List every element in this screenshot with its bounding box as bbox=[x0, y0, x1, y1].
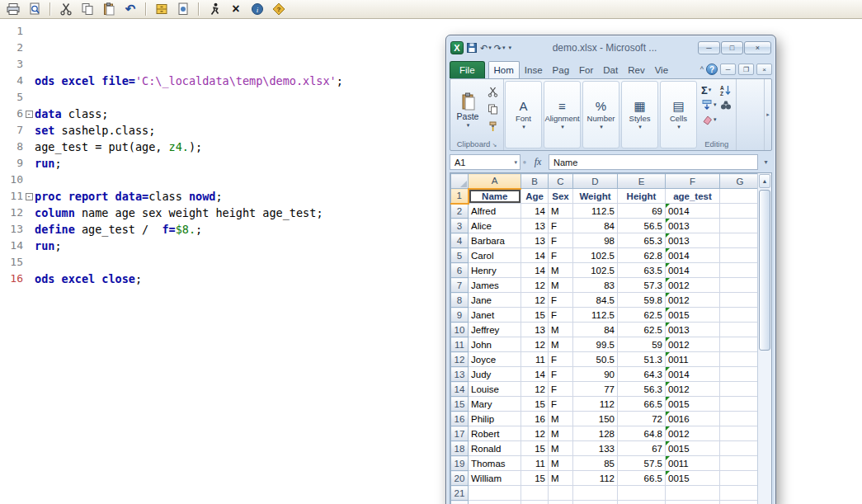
find-select-icon[interactable] bbox=[719, 98, 732, 111]
dialog-launcher-icon[interactable]: ↘ bbox=[492, 142, 497, 148]
fold-toggle-icon[interactable]: - bbox=[26, 193, 33, 200]
cell-C7[interactable]: M bbox=[549, 278, 573, 293]
cell-B20[interactable]: 15 bbox=[521, 471, 549, 486]
row-header-5[interactable]: 5 bbox=[451, 248, 469, 263]
cell-D1[interactable]: Weight bbox=[573, 189, 618, 204]
column-header-f[interactable]: F bbox=[666, 174, 720, 189]
cell-E12[interactable]: 51.3 bbox=[618, 352, 666, 367]
break-icon[interactable]: × bbox=[228, 2, 244, 16]
workbook-minimize-button[interactable]: ─ bbox=[720, 64, 736, 75]
cell-A1[interactable]: Name bbox=[469, 189, 521, 204]
cell-G15[interactable] bbox=[720, 397, 758, 412]
cell-B3[interactable]: 13 bbox=[521, 219, 549, 233]
new-library-icon[interactable] bbox=[153, 2, 170, 16]
row-header-18[interactable]: 18 bbox=[451, 441, 469, 456]
cell-G22[interactable] bbox=[720, 501, 758, 504]
cell-E3[interactable]: 56.5 bbox=[618, 219, 666, 233]
number-group-button[interactable]: %Number▾ bbox=[582, 81, 619, 148]
expand-formula-bar-icon[interactable]: ▾ bbox=[760, 154, 772, 170]
alignment-group-button[interactable]: ≡Alignment▾ bbox=[544, 81, 581, 148]
cell-E20[interactable]: 66.5 bbox=[618, 471, 666, 486]
styles-group-button[interactable]: ▦Styles▾ bbox=[621, 81, 658, 148]
cell-B17[interactable]: 12 bbox=[521, 426, 549, 441]
row-header-8[interactable]: 8 bbox=[451, 293, 469, 308]
autosum-button[interactable]: Σ▾ bbox=[701, 83, 717, 97]
cell-D8[interactable]: 84.5 bbox=[573, 293, 618, 308]
row-header-2[interactable]: 2 bbox=[451, 204, 469, 219]
column-header-b[interactable]: B bbox=[521, 174, 549, 189]
cell-E11[interactable]: 59 bbox=[618, 337, 666, 352]
cell-A16[interactable]: Philip bbox=[469, 412, 521, 426]
cell-A4[interactable]: Barbara bbox=[469, 233, 521, 248]
cell-C20[interactable]: M bbox=[549, 471, 573, 486]
ribbon-tab-pag[interactable]: Pag bbox=[548, 62, 574, 78]
cell-F1[interactable]: age_test bbox=[666, 189, 720, 204]
cell-D3[interactable]: 84 bbox=[573, 219, 618, 233]
cell-G1[interactable] bbox=[720, 189, 758, 204]
cell-D17[interactable]: 128 bbox=[573, 426, 618, 441]
cell-F12[interactable]: 0011 bbox=[666, 352, 720, 367]
cell-A15[interactable]: Mary bbox=[469, 397, 521, 412]
fold-toggle-icon[interactable]: - bbox=[26, 111, 33, 118]
cell-D2[interactable]: 112.5 bbox=[573, 204, 618, 219]
cell-C21[interactable] bbox=[549, 486, 573, 501]
cell-G21[interactable] bbox=[720, 486, 758, 501]
row-header-12[interactable]: 12 bbox=[451, 352, 469, 367]
cell-D20[interactable]: 112 bbox=[573, 471, 618, 486]
cell-B6[interactable]: 14 bbox=[521, 263, 549, 278]
cell-A18[interactable]: Ronald bbox=[469, 441, 521, 456]
cell-B11[interactable]: 12 bbox=[521, 337, 549, 352]
cell-G18[interactable] bbox=[720, 441, 758, 456]
cell-C17[interactable]: M bbox=[549, 426, 573, 441]
minimize-ribbon-icon[interactable]: ^ bbox=[700, 65, 704, 73]
cell-B7[interactable]: 12 bbox=[521, 278, 549, 293]
column-header-e[interactable]: E bbox=[618, 174, 666, 189]
cell-F4[interactable]: 0013 bbox=[666, 233, 720, 248]
cell-C15[interactable]: F bbox=[549, 397, 573, 412]
row-header-6[interactable]: 6 bbox=[451, 263, 469, 278]
submit-icon[interactable] bbox=[206, 2, 223, 16]
redo-icon[interactable]: ↷▾ bbox=[494, 43, 506, 54]
cell-E19[interactable]: 57.5 bbox=[618, 456, 666, 471]
cell-F17[interactable]: 0012 bbox=[666, 426, 720, 441]
cell-G5[interactable] bbox=[720, 248, 758, 263]
row-header-7[interactable]: 7 bbox=[451, 278, 469, 293]
cell-B2[interactable]: 14 bbox=[521, 204, 549, 219]
cell-E18[interactable]: 67 bbox=[618, 441, 666, 456]
cell-F6[interactable]: 0014 bbox=[666, 263, 720, 278]
cell-C11[interactable]: M bbox=[549, 337, 573, 352]
cell-D13[interactable]: 90 bbox=[573, 367, 618, 382]
row-header-16[interactable]: 16 bbox=[451, 412, 469, 426]
cell-G16[interactable] bbox=[720, 412, 758, 426]
cell-G11[interactable] bbox=[720, 337, 758, 352]
format-painter-icon[interactable] bbox=[488, 120, 498, 135]
cell-D4[interactable]: 98 bbox=[573, 233, 618, 248]
cell-D18[interactable]: 133 bbox=[573, 441, 618, 456]
row-header-1[interactable]: 1 bbox=[451, 189, 469, 204]
cell-G14[interactable] bbox=[720, 382, 758, 397]
formula-bar[interactable]: Name bbox=[549, 154, 758, 170]
cell-B8[interactable]: 12 bbox=[521, 293, 549, 308]
cell-C4[interactable]: F bbox=[549, 233, 573, 248]
cell-C8[interactable]: F bbox=[549, 293, 573, 308]
scroll-up-icon[interactable]: ▲ bbox=[759, 174, 770, 188]
excel-titlebar[interactable]: X ↶▾ ↷▾ ▾ demo.xlsx - Microsoft ... ─ □ … bbox=[446, 35, 775, 58]
row-header-21[interactable]: 21 bbox=[451, 486, 469, 501]
cell-F5[interactable]: 0014 bbox=[666, 248, 720, 263]
cell-D10[interactable]: 84 bbox=[573, 323, 618, 337]
undo-icon[interactable]: ↶ bbox=[122, 2, 139, 16]
cell-A17[interactable]: Robert bbox=[469, 426, 521, 441]
maximize-button[interactable]: □ bbox=[721, 41, 743, 54]
cell-E10[interactable]: 62.5 bbox=[618, 323, 666, 337]
cell-E4[interactable]: 65.3 bbox=[618, 233, 666, 248]
font-group-button[interactable]: AFont▾ bbox=[505, 81, 542, 148]
cell-F9[interactable]: 0015 bbox=[666, 308, 720, 323]
cell-G9[interactable] bbox=[720, 308, 758, 323]
cell-B22[interactable] bbox=[521, 501, 549, 504]
cell-G8[interactable] bbox=[720, 293, 758, 308]
cell-A2[interactable]: Alfred bbox=[469, 204, 521, 219]
cell-B10[interactable]: 13 bbox=[521, 323, 549, 337]
cell-C22[interactable] bbox=[549, 501, 573, 504]
cell-E5[interactable]: 62.8 bbox=[618, 248, 666, 263]
cell-C10[interactable]: M bbox=[549, 323, 573, 337]
